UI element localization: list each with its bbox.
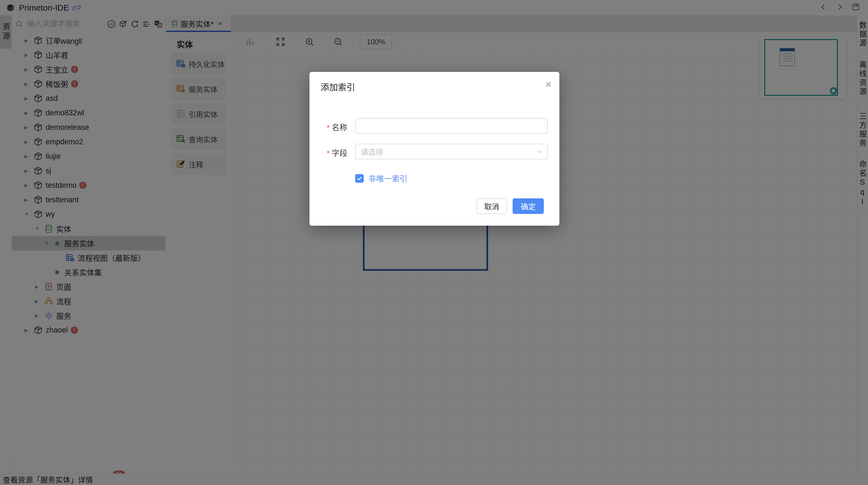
- select-placeholder: 请选择: [361, 146, 383, 157]
- primeton-ide-window: Primeton-IDE 资源 AIEn文 ▶订单wangll▶山羊君▶王宝立!…: [0, 0, 868, 485]
- add-index-modal: 添加索引 × *名称 *字段 请选择 非唯一索引 取消 确定: [309, 72, 559, 226]
- ok-button[interactable]: 确定: [513, 198, 544, 214]
- close-icon[interactable]: ×: [546, 79, 552, 90]
- modal-footer: 取消 确定: [476, 198, 544, 214]
- chevron-down-icon: [535, 148, 543, 155]
- cancel-button[interactable]: 取消: [476, 198, 507, 214]
- non-unique-index-row: 非唯一索引: [355, 173, 407, 184]
- name-field[interactable]: [355, 118, 548, 134]
- non-unique-index-checkbox[interactable]: [355, 174, 364, 183]
- modal-title: 添加索引: [320, 80, 355, 93]
- field-select[interactable]: 请选择: [355, 144, 548, 159]
- checkbox-label[interactable]: 非唯一索引: [368, 173, 407, 184]
- field-select-label: *字段: [327, 147, 347, 158]
- name-field-label: *名称: [327, 121, 347, 133]
- required-asterisk: *: [327, 123, 330, 132]
- required-asterisk: *: [327, 149, 330, 158]
